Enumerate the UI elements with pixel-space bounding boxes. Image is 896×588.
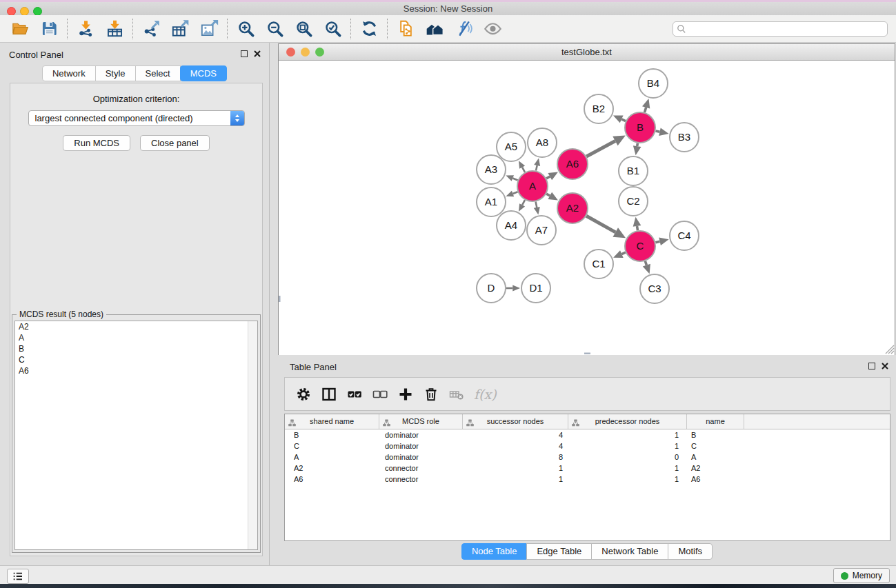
graph-edge-C-C3[interactable]: [643, 261, 650, 274]
resize-grip-icon[interactable]: [886, 345, 894, 354]
export-table-icon[interactable]: [170, 18, 190, 40]
table-cell[interactable]: 1: [463, 463, 568, 474]
table-cell[interactable]: 1: [463, 474, 568, 485]
column-header-MCDS-role[interactable]: MCDS role: [379, 414, 463, 429]
tab-network-table[interactable]: Network Table: [591, 543, 668, 560]
graph-node-B3[interactable]: B3: [670, 123, 699, 152]
table-row[interactable]: A2connector11A2: [285, 463, 890, 474]
canvas-vscroll-indicator[interactable]: [279, 296, 281, 302]
export-network-icon[interactable]: [141, 18, 161, 40]
export-image-icon[interactable]: [199, 18, 219, 40]
table-cell[interactable]: C: [285, 440, 379, 452]
zoom-selected-icon[interactable]: [322, 18, 343, 40]
graph-edge-A-A4[interactable]: [519, 200, 525, 212]
tab-network[interactable]: Network: [42, 65, 96, 81]
import-network-icon[interactable]: [75, 18, 96, 40]
tab-node-table[interactable]: Node Table: [461, 543, 528, 560]
column-header-name[interactable]: name: [687, 414, 744, 429]
graph-node-A8[interactable]: A8: [528, 128, 557, 157]
network-graph[interactable]: AA1A2A3A4A5A6A7A8BB1B2B3B4CC1C2C3C4DD1: [279, 61, 895, 355]
mcds-result-item[interactable]: C: [15, 354, 257, 365]
float-panel-icon[interactable]: [241, 50, 248, 57]
table-cell[interactable]: A: [285, 452, 379, 463]
table-cell[interactable]: connector: [379, 474, 463, 485]
graph-edge-A-A1[interactable]: [506, 191, 517, 197]
table-cell[interactable]: A: [687, 452, 744, 463]
task-history-button[interactable]: [7, 569, 29, 584]
tab-edge-table[interactable]: Edge Table: [526, 543, 592, 560]
graph-node-B2[interactable]: B2: [584, 94, 613, 123]
table-cell[interactable]: connector: [379, 463, 463, 474]
graph-node-A6[interactable]: A6: [557, 149, 588, 179]
graph-node-C3[interactable]: C3: [640, 274, 669, 303]
table-cell[interactable]: 1: [568, 440, 687, 452]
table-row[interactable]: Adominator80A: [285, 452, 890, 463]
table-cell[interactable]: B: [285, 429, 379, 440]
table-cell[interactable]: 1: [568, 474, 687, 485]
table-cell[interactable]: 4: [463, 429, 568, 440]
graph-edge-A-A2[interactable]: [546, 192, 558, 201]
table-cell[interactable]: A2: [285, 463, 379, 474]
delete-row-icon[interactable]: [419, 382, 443, 407]
zoom-out-icon[interactable]: [264, 18, 285, 40]
close-panel-icon[interactable]: [254, 50, 261, 57]
graph-node-A5[interactable]: A5: [497, 132, 526, 161]
graph-edge-B-B3[interactable]: [655, 128, 668, 135]
graph-node-A7[interactable]: A7: [527, 216, 556, 245]
criterion-dropdown[interactable]: largest connected component (directed): [28, 110, 245, 126]
table-cell[interactable]: 1: [568, 429, 687, 440]
canvas-hscroll-indicator[interactable]: [584, 353, 590, 355]
graph-node-C1[interactable]: C1: [584, 250, 613, 278]
column-header-shared-name[interactable]: shared name: [285, 414, 379, 429]
table-cell[interactable]: 1: [568, 463, 687, 474]
result-list-scrollbar[interactable]: [248, 321, 257, 549]
add-row-icon[interactable]: [394, 382, 417, 407]
graph-node-A[interactable]: A: [517, 171, 548, 201]
graph-edge-A-A5[interactable]: [519, 161, 525, 172]
tab-mcds[interactable]: MCDS: [180, 65, 227, 81]
network-canvas[interactable]: AA1A2A3A4A5A6A7A8BB1B2B3B4CC1C2C3C4DD1: [279, 61, 895, 355]
zoom-in-icon[interactable]: [235, 18, 256, 40]
memory-button[interactable]: Memory: [833, 568, 890, 583]
graph-edge-D-D1[interactable]: [506, 285, 520, 291]
table-cell[interactable]: 8: [463, 452, 568, 463]
graph-edge-A-A3[interactable]: [506, 175, 517, 181]
save-session-icon[interactable]: [39, 18, 59, 40]
search-input[interactable]: [673, 21, 888, 37]
graph-edge-C-C2[interactable]: [633, 217, 641, 231]
graph-node-D[interactable]: D: [477, 274, 506, 303]
graph-node-C2[interactable]: C2: [619, 187, 648, 216]
network-window-titlebar[interactable]: testGlobe.txt: [279, 44, 895, 61]
toggle-graphics-details-icon[interactable]: [453, 18, 474, 40]
table-cell[interactable]: dominator: [379, 429, 463, 440]
table-cell[interactable]: 4: [463, 440, 568, 452]
close-table-panel-icon[interactable]: [882, 363, 888, 369]
graph-node-A2[interactable]: A2: [557, 193, 588, 223]
graph-node-A4[interactable]: A4: [497, 211, 526, 240]
graph-node-B4[interactable]: B4: [639, 69, 668, 98]
graph-edge-A6-B[interactable]: [586, 135, 626, 156]
tab-style[interactable]: Style: [95, 65, 136, 81]
select-all-rows-icon[interactable]: [343, 382, 366, 407]
mcds-result-item[interactable]: A: [15, 332, 257, 343]
table-cell[interactable]: B: [687, 429, 744, 440]
graph-edge-B-B1[interactable]: [633, 143, 641, 156]
close-panel-button[interactable]: Close panel: [140, 135, 210, 151]
table-row[interactable]: Cdominator41C: [285, 440, 890, 452]
table-cell[interactable]: A6: [687, 474, 744, 485]
column-header-predecessor-nodes[interactable]: predecessor nodes: [568, 414, 687, 429]
refresh-layout-icon[interactable]: [359, 18, 379, 40]
graph-edge-B-B4[interactable]: [642, 99, 650, 112]
table-cell[interactable]: A6: [285, 474, 379, 485]
split-pane-icon[interactable]: [317, 382, 341, 407]
column-header-successor-nodes[interactable]: successor nodes: [463, 414, 568, 429]
tab-motifs[interactable]: Motifs: [668, 543, 713, 560]
graph-node-D1[interactable]: D1: [521, 274, 550, 303]
home-icon[interactable]: [424, 18, 445, 40]
zoom-fit-icon[interactable]: [293, 18, 314, 40]
table-cell[interactable]: 0: [568, 452, 687, 463]
graph-node-C4[interactable]: C4: [670, 221, 699, 250]
graph-edge-C-C1[interactable]: [613, 250, 626, 258]
table-cell[interactable]: A2: [687, 463, 744, 474]
graph-edge-B-B2[interactable]: [613, 115, 626, 123]
